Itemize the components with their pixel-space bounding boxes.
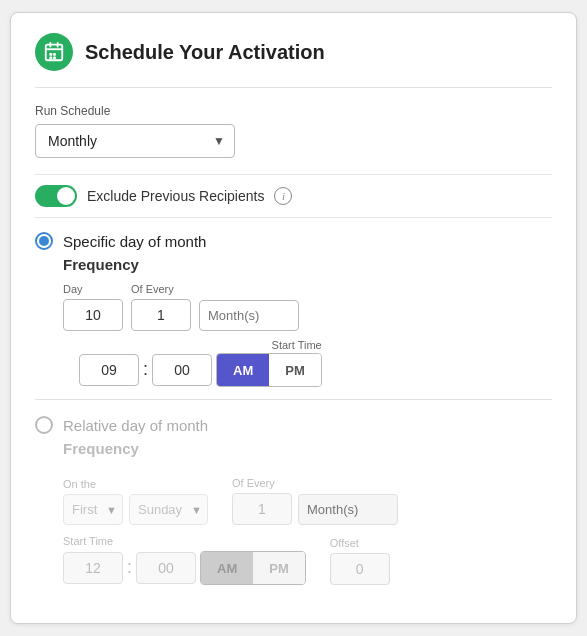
specific-day-label: Specific day of month <box>63 233 206 250</box>
pm-button[interactable]: PM <box>269 354 321 386</box>
of-every-relative-group: Of Every <box>232 477 398 525</box>
minute-relative-input <box>136 552 196 584</box>
header: Schedule Your Activation <box>35 33 552 71</box>
start-time-group: Start Time : AM PM <box>79 339 322 387</box>
svg-rect-4 <box>49 53 52 56</box>
info-icon[interactable]: i <box>274 187 292 205</box>
ampm-toggle-relative: AM PM <box>200 551 306 585</box>
relative-day-radio-row: Relative day of month <box>35 416 552 434</box>
page-title: Schedule Your Activation <box>85 41 325 64</box>
months-input <box>199 300 299 331</box>
exclude-row: Exclude Previous Recipients i <box>35 174 552 218</box>
offset-field-group: Offset <box>330 537 390 585</box>
ampm-toggle: AM PM <box>216 353 322 387</box>
run-schedule-select-wrapper: Monthly Weekly Daily ▼ <box>35 124 235 158</box>
start-time-label: Start Time <box>272 339 322 351</box>
offset-input <box>330 553 390 585</box>
on-the-row: On the First ▼ Sunday ▼ <box>63 477 552 525</box>
specific-day-fields-row: Day Of Every Start Time : <box>63 283 552 387</box>
header-divider <box>35 87 552 88</box>
months-field-group <box>199 284 299 331</box>
day-input[interactable] <box>63 299 123 331</box>
months-label-spacer <box>199 284 299 296</box>
of-every-relative-input <box>232 493 292 525</box>
pm-button-relative: PM <box>253 552 305 584</box>
start-time-relative-inputs: : AM PM <box>63 551 306 585</box>
radio-dot <box>39 236 49 246</box>
first-select: First <box>63 494 123 525</box>
toggle-knob <box>57 187 75 205</box>
calendar-icon <box>35 33 73 71</box>
first-select-wrapper: First ▼ <box>63 494 123 525</box>
specific-day-frequency-title: Frequency <box>63 256 552 273</box>
run-schedule-select[interactable]: Monthly Weekly Daily <box>35 124 235 158</box>
relative-day-frequency-title: Frequency <box>63 440 552 457</box>
svg-rect-7 <box>53 57 56 60</box>
start-time-inputs: : AM PM <box>79 353 322 387</box>
section-divider <box>35 399 552 400</box>
am-button-relative: AM <box>201 552 253 584</box>
relative-day-label: Relative day of month <box>63 417 208 434</box>
am-button[interactable]: AM <box>217 354 269 386</box>
day-label: Day <box>63 283 123 295</box>
of-every-label: Of Every <box>131 283 191 295</box>
of-every-input[interactable] <box>131 299 191 331</box>
start-time-relative-label: Start Time <box>63 535 306 547</box>
relative-day-section: Relative day of month Frequency On the F… <box>35 416 552 585</box>
start-time-offset-row: Start Time : AM PM Offset <box>63 535 552 585</box>
of-every-relative-label: Of Every <box>232 477 398 489</box>
relative-day-radio[interactable] <box>35 416 53 434</box>
exclude-label: Exclude Previous Recipients <box>87 188 264 204</box>
specific-day-radio-row: Specific day of month <box>35 232 552 250</box>
hour-input[interactable] <box>79 354 139 386</box>
start-time-relative-group: Start Time : AM PM <box>63 535 306 585</box>
svg-rect-5 <box>53 53 56 56</box>
specific-day-frequency-block: Frequency Day Of Every Start Time <box>63 256 552 387</box>
on-the-label: On the <box>63 478 208 490</box>
schedule-card: Schedule Your Activation Run Schedule Mo… <box>10 12 577 624</box>
relative-day-frequency-block: Frequency On the First ▼ <box>63 440 552 585</box>
exclude-toggle[interactable] <box>35 185 77 207</box>
specific-day-section: Specific day of month Frequency Day Of E… <box>35 232 552 387</box>
svg-rect-6 <box>49 57 52 60</box>
time-colon: : <box>143 359 148 387</box>
on-the-selects: First ▼ Sunday ▼ <box>63 494 208 525</box>
offset-label: Offset <box>330 537 390 549</box>
hour-relative-input <box>63 552 123 584</box>
day-select: Sunday <box>129 494 208 525</box>
months-relative-input <box>298 494 398 525</box>
day-select-wrapper: Sunday ▼ <box>129 494 208 525</box>
of-every-field-group: Of Every <box>131 283 191 331</box>
run-schedule-label: Run Schedule <box>35 104 552 118</box>
time-colon-relative: : <box>127 557 132 585</box>
specific-day-radio[interactable] <box>35 232 53 250</box>
day-field-group: Day <box>63 283 123 331</box>
on-the-field-group: On the First ▼ Sunday ▼ <box>63 478 208 525</box>
minute-input[interactable] <box>152 354 212 386</box>
run-schedule-section: Run Schedule Monthly Weekly Daily ▼ <box>35 104 552 158</box>
of-every-relative-inputs <box>232 493 398 525</box>
